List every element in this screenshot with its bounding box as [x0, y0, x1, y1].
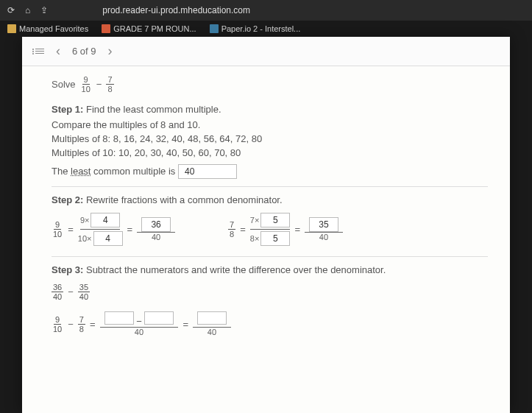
home-icon[interactable]: ⌂: [25, 5, 30, 15]
s3-b: 35 40: [78, 283, 90, 301]
step-text: Rewrite fractions with a common denomina…: [86, 194, 283, 205]
s2-left-orig: 9 10: [52, 220, 63, 239]
app-frame: ‹ 6 of 9 › Solve 9 10 − 7 8 Step 1: Find…: [22, 37, 510, 413]
bookmark-paperio[interactable]: Paper.io 2 - Interstel...: [210, 24, 301, 33]
step-label: Step 3:: [52, 264, 83, 275]
s2-left-expand: 9×4 10×4: [78, 213, 123, 246]
step3-line2: 9 10 − 7 8 = − 40 = 40: [52, 311, 488, 336]
problem-prompt: Solve 9 10 − 7 8: [52, 75, 488, 93]
equals-sign: =: [240, 224, 246, 235]
factor-top-input[interactable]: 4: [91, 213, 120, 227]
minus-op: −: [96, 79, 102, 90]
equals-sign: =: [294, 224, 300, 235]
step1-lcm-line: The least common multiple is 40: [52, 164, 488, 179]
folder-icon: [7, 24, 16, 33]
s2-left-result: 36 40: [137, 217, 175, 241]
s3-mid: − 40: [100, 311, 179, 336]
step3-heading: Step 3: Subtract the numerators and writ…: [52, 264, 488, 275]
s2-right-orig: 7 8: [228, 220, 235, 239]
bookmark-managed-favorites[interactable]: Managed Favorites: [7, 24, 88, 33]
s2-right-expand: 7×5 8×5: [250, 213, 291, 246]
bookmark-label: Managed Favorites: [19, 24, 88, 33]
result-num-input[interactable]: 35: [309, 217, 338, 232]
equals-sign: =: [127, 224, 133, 235]
content-area: Solve 9 10 − 7 8 Step 1: Find the least …: [22, 66, 510, 413]
url-text: prod.reader-ui.prod.mheducation.com: [102, 5, 250, 15]
step2-heading: Step 2: Rewrite fractions with a common …: [52, 194, 488, 205]
fraction-b: 7 8: [106, 75, 113, 93]
prompt-word: Solve: [52, 79, 76, 90]
download-icon[interactable]: ⇪: [40, 5, 48, 15]
step1-heading: Step 1: Find the least common multiple.: [52, 104, 488, 115]
s3-2-b: 7 8: [78, 315, 85, 333]
refresh-icon[interactable]: ⟳: [7, 5, 15, 15]
browser-top-bar: ⟳ ⌂ ⇪ prod.reader-ui.prod.mheducation.co…: [0, 0, 532, 21]
bookmark-label: Paper.io 2 - Interstel...: [221, 24, 301, 33]
lcm-input[interactable]: 40: [178, 164, 237, 179]
result-num-input[interactable]: 36: [141, 217, 171, 232]
factor-top-input[interactable]: 5: [260, 213, 290, 227]
bookmark-grade7[interactable]: GRADE 7 PM ROUN...: [102, 24, 196, 33]
prev-button[interactable]: ‹: [56, 43, 60, 59]
equals-sign: =: [68, 224, 74, 235]
factor-bot-input[interactable]: 4: [93, 231, 123, 246]
next-button[interactable]: ›: [108, 43, 113, 59]
num-input[interactable]: [104, 311, 134, 325]
reader-nav-bar: ‹ 6 of 9 ›: [22, 37, 510, 66]
list-icon[interactable]: [35, 49, 44, 54]
step-label: Step 1:: [52, 104, 83, 115]
equals-sign: =: [182, 319, 188, 330]
step1-compare: Compare the multiples of 8 and 10.: [52, 119, 488, 130]
site-icon: [102, 24, 110, 33]
step3-line1: 36 40 − 35 40: [52, 283, 488, 301]
step-text: Find the least common multiple.: [86, 104, 221, 115]
s2-right-result: 35 40: [305, 217, 343, 241]
page-position: 6 of 9: [72, 46, 96, 57]
s3-result: 40: [193, 311, 231, 336]
s3-2-a: 9 10: [52, 315, 63, 333]
step1-mult8: Multiples of 8: 8, 16, 24, 32, 40, 48, 5…: [52, 133, 488, 144]
site-icon: [210, 24, 219, 33]
step-label: Step 2:: [52, 194, 83, 205]
bookmark-label: GRADE 7 PM ROUN...: [113, 24, 196, 33]
s3-a: 36 40: [52, 283, 63, 301]
num-input[interactable]: [144, 311, 174, 325]
bookmark-bar: Managed Favorites GRADE 7 PM ROUN... Pap…: [0, 21, 532, 37]
least-word: least: [71, 166, 91, 177]
fraction-a: 9 10: [80, 75, 92, 93]
factor-bot-input[interactable]: 5: [260, 231, 290, 246]
step1-mult10: Multiples of 10: 10, 20, 30, 40, 50, 60,…: [52, 147, 488, 158]
step2-equations: 9 10 = 9×4 10×4 = 36 40 7 8: [52, 213, 488, 246]
equals-sign: =: [90, 319, 96, 330]
answer-input[interactable]: [197, 311, 227, 325]
step-text: Subtract the numerators and write the di…: [86, 264, 386, 275]
